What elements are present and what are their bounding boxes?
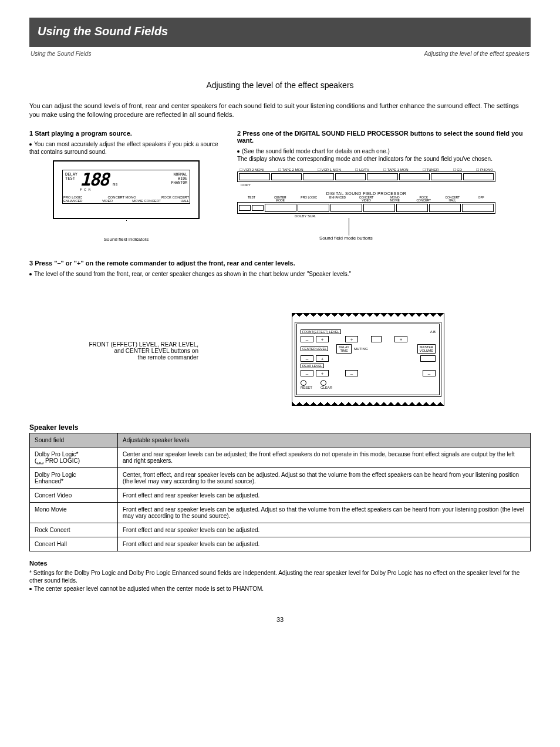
in-phono: PHONO <box>480 168 493 171</box>
step-3-text: The level of the sound from the front, r… <box>34 271 351 277</box>
cell-field: Dolby Pro Logic* (␣␣ PRO LOGIC) <box>30 447 118 467</box>
header-left: Using the Sound Fields <box>31 51 91 57</box>
delay-plus-button[interactable]: + <box>345 336 358 342</box>
lcd-phantom: PHANTOM <box>171 181 187 185</box>
lcd-ms: ms <box>113 182 117 187</box>
step-2-body: (See the sound field mode chart for deta… <box>237 147 531 163</box>
cell-field: Mono Movie <box>30 502 118 523</box>
in-vcr1: VCR 1 MON <box>322 168 341 171</box>
center-mode-button[interactable] <box>252 205 264 211</box>
step-2-heading: 2 Press one of the DIGITAL SOUND FIELD P… <box>237 130 531 144</box>
center-plus-button[interactable]: + <box>316 355 329 362</box>
remote-callout-text: FRONT (EFFECT) LEVEL, REAR LEVEL, and CE… <box>89 341 198 361</box>
lcd-display: DELAY TEST 188 ms F C R NORMAL WIDE PHAN… <box>53 160 200 219</box>
masterv-minus-button[interactable]: – <box>423 370 436 376</box>
table-row: Rock Concert Front effect and rear speak… <box>30 523 531 537</box>
input-button[interactable] <box>463 173 494 180</box>
front-minus-button[interactable]: – <box>301 336 313 342</box>
input-buttons-row <box>237 171 495 182</box>
lcd-test-label: TEST <box>65 177 77 181</box>
cell-field: Concert Video <box>30 488 118 502</box>
input-button[interactable] <box>271 173 302 180</box>
speaker-levels-table: Sound field Adjustable speaker levels Do… <box>29 433 531 551</box>
muting-button[interactable] <box>420 355 436 362</box>
lcd-value: 188 <box>80 169 108 190</box>
notes-heading: Notes <box>29 560 531 567</box>
bullet-icon <box>29 273 32 275</box>
in-tape2: TAPE 2 MON <box>282 168 303 171</box>
title-bar: Using the Sound Fields <box>29 18 531 47</box>
table-row: Dolby Pro Logic* (␣␣ PRO LOGIC) Center a… <box>30 447 531 467</box>
input-button[interactable] <box>367 173 398 180</box>
in-tape1: TAPE 1 MON <box>387 168 409 171</box>
lcd-caption: Sound field indicators <box>29 237 223 242</box>
in-cd: CD <box>457 168 462 171</box>
dsp-off: OFF <box>467 196 495 202</box>
dsp-button[interactable] <box>298 204 329 212</box>
step-3-heading: 3 Press "–" or "+" on the remote command… <box>29 260 531 267</box>
lcd-row2b: VIDEO <box>102 199 113 203</box>
clear-button[interactable] <box>321 380 326 386</box>
master-volume-label: MASTER VOLUME <box>417 344 436 354</box>
in-ldtv: LD/TV <box>359 168 369 171</box>
test-button[interactable] <box>239 205 251 211</box>
input-button[interactable] <box>303 173 334 180</box>
note-1: * Settings for the Dolby Pro Logic and D… <box>29 569 531 585</box>
dsp-button[interactable] <box>462 204 494 212</box>
dsp-label: DIGITAL SOUND FIELD PROCESSOR <box>237 191 495 196</box>
front-plus-button[interactable]: + <box>316 336 329 342</box>
reset-button[interactable] <box>301 380 306 386</box>
step-1-body: You can most accurately adjust the effec… <box>29 140 223 156</box>
step-3-body: The level of the sound from the front, r… <box>29 270 531 278</box>
table-title: Speaker levels <box>29 423 531 432</box>
dsp-prologic: PRO LOGIC <box>295 196 323 202</box>
dolby-sur-label: DOLBY SUR. <box>295 214 495 218</box>
cell-field: Dolby Pro Logic Enhanced* <box>30 467 118 488</box>
masterv-plus-button[interactable]: + <box>394 336 407 342</box>
cell-desc: Front effect and rear speaker levels can… <box>118 488 531 502</box>
in-vcr2: VCR 2 MON/ <box>244 168 264 171</box>
dsp-button[interactable] <box>429 204 461 212</box>
dsp-center-mode: CENTER MODE <box>266 196 295 202</box>
cell-desc: Front effect and rear speaker levels can… <box>118 537 531 551</box>
dsp-enhanced: ENHANCED <box>323 196 352 202</box>
bullet-icon <box>29 588 32 590</box>
bullet-icon <box>237 150 239 153</box>
remote-callout-label: FRONT (EFFECT) LEVEL, REAR LEVEL, and CE… <box>29 313 205 361</box>
panel-caption: Sound field mode buttons <box>319 235 495 241</box>
rear-level-label: REAR LEVEL <box>301 364 324 368</box>
delay-minus-button[interactable]: – <box>345 370 358 376</box>
input-button[interactable] <box>335 173 366 180</box>
callout-line-icon <box>126 220 127 235</box>
center-minus-button[interactable]: – <box>301 355 313 362</box>
note-2: The center speaker level cannot be adjus… <box>29 585 531 593</box>
rear-plus-button[interactable]: + <box>316 370 329 376</box>
cell-field: Concert Hall <box>30 537 118 551</box>
dsp-concert-video: CONCERT VIDEO <box>352 196 381 202</box>
dsp-button[interactable] <box>363 204 395 212</box>
dsp-button[interactable] <box>396 204 428 212</box>
ab-label: A B <box>430 330 436 334</box>
step-1-text: You can most accurately adjust the effec… <box>29 141 218 155</box>
note-2-text: The center speaker level cannot be adjus… <box>34 586 264 592</box>
dsp-button[interactable] <box>330 204 362 212</box>
copy-label: COPY <box>241 183 495 187</box>
note-1-text: Settings for the Dolby Pro Logic and Dol… <box>29 570 519 584</box>
input-button[interactable] <box>399 173 430 180</box>
bullet-icon <box>29 143 32 146</box>
rear-minus-button[interactable]: – <box>301 370 313 376</box>
in-tuner: TUNER <box>427 168 439 171</box>
torn-edge-icon <box>292 399 444 405</box>
input-button[interactable] <box>431 173 462 180</box>
intro-paragraph: You can adjust the sound levels of front… <box>29 102 531 119</box>
remote-diagram: FRONT(EFFECT) LEVEL A B – + + + CENTER L… <box>292 313 444 406</box>
table-row: Mono Movie Front effect and rear speaker… <box>30 502 531 523</box>
header-right: Adjusting the level of the effect speake… <box>424 51 529 57</box>
cell-desc: Front effect and rear speaker levels can… <box>118 523 531 537</box>
input-button[interactable] <box>239 173 270 180</box>
ab-switch[interactable] <box>371 336 382 342</box>
running-header: Using the Sound Fields Adjusting the lev… <box>29 51 531 57</box>
dsp-button[interactable] <box>265 204 296 212</box>
cell-desc: Center and rear speaker levels can be ad… <box>118 447 531 467</box>
page-number: 33 <box>29 616 531 623</box>
